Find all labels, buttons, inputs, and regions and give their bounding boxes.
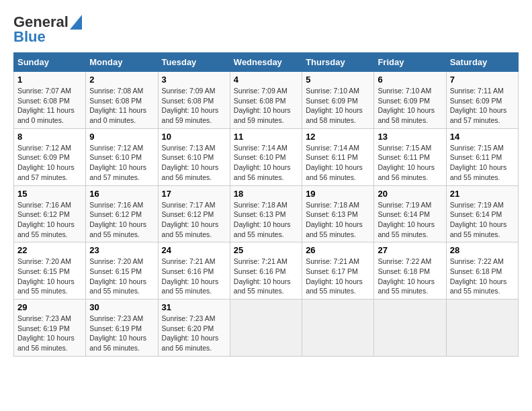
day-info: Sunrise: 7:10 AM Sunset: 6:09 PM Dayligh… — [378, 86, 442, 126]
calendar-day-cell: 25 Sunrise: 7:21 AM Sunset: 6:16 PM Dayl… — [230, 242, 302, 300]
calendar-day-cell: 10 Sunrise: 7:13 AM Sunset: 6:10 PM Dayl… — [158, 128, 230, 185]
day-info: Sunrise: 7:20 AM Sunset: 6:15 PM Dayligh… — [17, 257, 82, 296]
day-number: 20 — [378, 189, 442, 199]
day-number: 4 — [234, 75, 298, 85]
day-number: 19 — [306, 189, 370, 199]
day-number: 10 — [162, 132, 226, 142]
day-number: 18 — [234, 189, 298, 199]
day-info: Sunrise: 7:12 AM Sunset: 6:10 PM Dayligh… — [89, 143, 154, 183]
day-number: 8 — [17, 132, 82, 142]
calendar-day-cell: 28 Sunrise: 7:22 AM Sunset: 6:18 PM Dayl… — [446, 242, 518, 300]
calendar-day-cell: 21 Sunrise: 7:19 AM Sunset: 6:14 PM Dayl… — [446, 185, 518, 242]
day-number: 2 — [89, 75, 154, 85]
day-info: Sunrise: 7:13 AM Sunset: 6:10 PM Dayligh… — [162, 143, 226, 183]
calendar-day-cell: 17 Sunrise: 7:17 AM Sunset: 6:12 PM Dayl… — [158, 185, 230, 242]
day-number: 23 — [89, 245, 154, 255]
day-info: Sunrise: 7:21 AM Sunset: 6:17 PM Dayligh… — [306, 257, 370, 296]
calendar-week-row: 1 Sunrise: 7:07 AM Sunset: 6:08 PM Dayli… — [14, 72, 519, 129]
calendar-week-row: 15 Sunrise: 7:16 AM Sunset: 6:12 PM Dayl… — [14, 185, 519, 242]
day-number: 29 — [17, 302, 82, 312]
calendar-day-cell: 18 Sunrise: 7:18 AM Sunset: 6:13 PM Dayl… — [230, 185, 302, 242]
calendar-day-cell: 6 Sunrise: 7:10 AM Sunset: 6:09 PM Dayli… — [374, 72, 446, 129]
day-info: Sunrise: 7:15 AM Sunset: 6:11 PM Dayligh… — [450, 143, 515, 183]
day-info: Sunrise: 7:18 AM Sunset: 6:13 PM Dayligh… — [234, 200, 298, 240]
calendar-day-cell: 5 Sunrise: 7:10 AM Sunset: 6:09 PM Dayli… — [302, 72, 374, 129]
calendar-day-cell: 22 Sunrise: 7:20 AM Sunset: 6:15 PM Dayl… — [14, 242, 86, 300]
calendar-day-cell — [302, 300, 374, 357]
day-number: 17 — [162, 189, 226, 199]
weekday-header-saturday: Saturday — [446, 53, 518, 72]
calendar-day-cell: 29 Sunrise: 7:23 AM Sunset: 6:19 PM Dayl… — [14, 300, 86, 357]
calendar-day-cell: 11 Sunrise: 7:14 AM Sunset: 6:10 PM Dayl… — [230, 128, 302, 185]
day-info: Sunrise: 7:11 AM Sunset: 6:09 PM Dayligh… — [450, 86, 515, 126]
calendar-day-cell: 4 Sunrise: 7:09 AM Sunset: 6:08 PM Dayli… — [230, 72, 302, 129]
calendar-day-cell: 23 Sunrise: 7:20 AM Sunset: 6:15 PM Dayl… — [86, 242, 158, 300]
calendar-day-cell — [374, 300, 446, 357]
calendar-day-cell: 12 Sunrise: 7:14 AM Sunset: 6:11 PM Dayl… — [302, 128, 374, 185]
day-info: Sunrise: 7:07 AM Sunset: 6:08 PM Dayligh… — [17, 86, 82, 126]
day-number: 11 — [234, 132, 298, 142]
calendar-week-row: 29 Sunrise: 7:23 AM Sunset: 6:19 PM Dayl… — [14, 300, 519, 357]
svg-marker-0 — [70, 15, 82, 30]
weekday-header-sunday: Sunday — [14, 53, 86, 72]
day-info: Sunrise: 7:12 AM Sunset: 6:09 PM Dayligh… — [17, 143, 82, 183]
weekday-header-friday: Friday — [374, 53, 446, 72]
day-info: Sunrise: 7:10 AM Sunset: 6:09 PM Dayligh… — [306, 86, 370, 126]
day-info: Sunrise: 7:16 AM Sunset: 6:12 PM Dayligh… — [89, 200, 154, 240]
day-info: Sunrise: 7:08 AM Sunset: 6:08 PM Dayligh… — [89, 86, 154, 126]
calendar-day-cell — [446, 300, 518, 357]
day-number: 12 — [306, 132, 370, 142]
day-number: 24 — [162, 245, 226, 255]
day-info: Sunrise: 7:19 AM Sunset: 6:14 PM Dayligh… — [378, 200, 442, 240]
day-number: 26 — [306, 245, 370, 255]
day-info: Sunrise: 7:22 AM Sunset: 6:18 PM Dayligh… — [378, 257, 442, 296]
day-info: Sunrise: 7:21 AM Sunset: 6:16 PM Dayligh… — [234, 257, 298, 296]
logo-text-line2: Blue — [13, 28, 46, 46]
calendar-day-cell — [230, 300, 302, 357]
calendar-day-cell: 7 Sunrise: 7:11 AM Sunset: 6:09 PM Dayli… — [446, 72, 518, 129]
day-info: Sunrise: 7:09 AM Sunset: 6:08 PM Dayligh… — [234, 86, 298, 126]
day-number: 25 — [234, 245, 298, 255]
day-number: 16 — [89, 189, 154, 199]
day-number: 6 — [378, 75, 442, 85]
calendar-day-cell: 1 Sunrise: 7:07 AM Sunset: 6:08 PM Dayli… — [14, 72, 86, 129]
day-info: Sunrise: 7:23 AM Sunset: 6:20 PM Dayligh… — [162, 314, 226, 353]
day-number: 22 — [17, 245, 82, 255]
calendar-day-cell: 2 Sunrise: 7:08 AM Sunset: 6:08 PM Dayli… — [86, 72, 158, 129]
day-number: 30 — [89, 302, 154, 312]
calendar-week-row: 22 Sunrise: 7:20 AM Sunset: 6:15 PM Dayl… — [14, 242, 519, 300]
calendar-day-cell: 14 Sunrise: 7:15 AM Sunset: 6:11 PM Dayl… — [446, 128, 518, 185]
day-info: Sunrise: 7:20 AM Sunset: 6:15 PM Dayligh… — [89, 257, 154, 296]
day-number: 7 — [450, 75, 515, 85]
day-number: 14 — [450, 132, 515, 142]
day-number: 13 — [378, 132, 442, 142]
day-number: 5 — [306, 75, 370, 85]
day-info: Sunrise: 7:23 AM Sunset: 6:19 PM Dayligh… — [89, 314, 154, 353]
calendar-day-cell: 31 Sunrise: 7:23 AM Sunset: 6:20 PM Dayl… — [158, 300, 230, 357]
day-info: Sunrise: 7:19 AM Sunset: 6:14 PM Dayligh… — [450, 200, 515, 240]
weekday-header-thursday: Thursday — [302, 53, 374, 72]
calendar-day-cell: 9 Sunrise: 7:12 AM Sunset: 6:10 PM Dayli… — [86, 128, 158, 185]
day-number: 31 — [162, 302, 226, 312]
day-number: 1 — [17, 75, 82, 85]
day-number: 3 — [162, 75, 226, 85]
calendar-week-row: 8 Sunrise: 7:12 AM Sunset: 6:09 PM Dayli… — [14, 128, 519, 185]
day-info: Sunrise: 7:23 AM Sunset: 6:19 PM Dayligh… — [17, 314, 82, 353]
weekday-header-wednesday: Wednesday — [230, 53, 302, 72]
day-info: Sunrise: 7:17 AM Sunset: 6:12 PM Dayligh… — [162, 200, 226, 240]
calendar-day-cell: 20 Sunrise: 7:19 AM Sunset: 6:14 PM Dayl… — [374, 185, 446, 242]
day-info: Sunrise: 7:14 AM Sunset: 6:11 PM Dayligh… — [306, 143, 370, 183]
logo: General Blue — [13, 13, 82, 46]
day-number: 27 — [378, 245, 442, 255]
calendar-day-cell: 24 Sunrise: 7:21 AM Sunset: 6:16 PM Dayl… — [158, 242, 230, 300]
calendar-day-cell: 27 Sunrise: 7:22 AM Sunset: 6:18 PM Dayl… — [374, 242, 446, 300]
day-info: Sunrise: 7:09 AM Sunset: 6:08 PM Dayligh… — [162, 86, 226, 126]
calendar-day-cell: 19 Sunrise: 7:18 AM Sunset: 6:13 PM Dayl… — [302, 185, 374, 242]
calendar-day-cell: 30 Sunrise: 7:23 AM Sunset: 6:19 PM Dayl… — [86, 300, 158, 357]
calendar-day-cell: 26 Sunrise: 7:21 AM Sunset: 6:17 PM Dayl… — [302, 242, 374, 300]
calendar-day-cell: 13 Sunrise: 7:15 AM Sunset: 6:11 PM Dayl… — [374, 128, 446, 185]
calendar-day-cell: 15 Sunrise: 7:16 AM Sunset: 6:12 PM Dayl… — [14, 185, 86, 242]
day-number: 21 — [450, 189, 515, 199]
day-info: Sunrise: 7:14 AM Sunset: 6:10 PM Dayligh… — [234, 143, 298, 183]
weekday-header-monday: Monday — [86, 53, 158, 72]
